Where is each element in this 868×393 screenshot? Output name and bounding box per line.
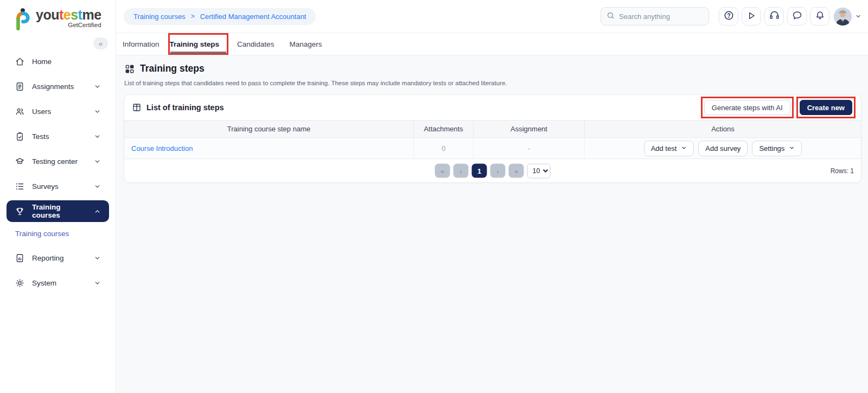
page-header: Training steps	[124, 63, 861, 74]
system-icon	[15, 278, 25, 288]
sidebar-item-tests[interactable]: Tests	[7, 125, 109, 147]
breadcrumb: Training courses > Certified Management …	[124, 8, 316, 25]
pagination-page-1-button[interactable]: 1	[472, 164, 487, 178]
sidebar-item-label: Testing center	[32, 157, 78, 166]
sidebar-item-label: Assignments	[32, 83, 74, 91]
youtestme-logo-icon	[13, 8, 31, 36]
rows-count-label: Rows: 1	[831, 167, 854, 175]
user-avatar[interactable]	[834, 8, 852, 26]
sidebar-item-surveys[interactable]: Surveys	[7, 175, 109, 197]
settings-button[interactable]: Settings	[752, 141, 802, 156]
table-row: Course Introduction 0 - Add test	[124, 138, 861, 159]
chevron-down-icon	[94, 280, 101, 287]
add-survey-button[interactable]: Add survey	[698, 141, 748, 156]
assignments-icon	[15, 81, 25, 92]
help-icon	[723, 10, 735, 23]
sidebar-item-label: Tests	[32, 132, 49, 141]
app-window: youtestme GetCertified « Home Assignment…	[0, 0, 868, 393]
header-actions	[601, 7, 861, 26]
panel-title: List of training steps	[146, 103, 224, 112]
panel-header: List of training steps Generate steps wi…	[124, 95, 861, 120]
sidebar: youtestme GetCertified « Home Assignment…	[0, 0, 116, 393]
tests-icon	[15, 131, 25, 142]
search-input[interactable]	[619, 12, 700, 21]
column-header-actions: Actions	[585, 121, 861, 137]
pagination-previous-button[interactable]: ‹	[454, 164, 469, 178]
add-test-button[interactable]: Add test	[644, 141, 694, 156]
chevron-down-icon	[681, 144, 687, 153]
double-chevron-left-icon: «	[99, 40, 103, 48]
top-header: Training courses > Certified Management …	[117, 0, 868, 33]
notifications-bell-icon	[814, 10, 826, 23]
page-size-select[interactable]: 10	[527, 163, 551, 178]
sidebar-item-home[interactable]: Home	[7, 50, 109, 72]
pagination-next-button[interactable]: ›	[490, 164, 506, 178]
sidebar-item-reporting[interactable]: Reporting	[7, 247, 109, 269]
table-footer: « ‹ 1 › » 10 Rows: 1	[124, 159, 861, 182]
create-new-button[interactable]: Create new	[800, 100, 852, 115]
pagination-first-button[interactable]: «	[435, 164, 450, 178]
table-icon	[132, 103, 142, 112]
pagination: « ‹ 1 › » 10	[435, 163, 551, 178]
tab-candidates[interactable]: Candidates	[229, 33, 282, 55]
main-area: Training courses > Certified Management …	[117, 0, 868, 393]
chevron-up-icon	[94, 208, 101, 215]
training-steps-panel: List of training steps Generate steps wi…	[124, 94, 861, 183]
notifications-button[interactable]	[810, 7, 829, 26]
course-introduction-link[interactable]: Course Introduction	[131, 144, 193, 153]
user-menu-chevron-down-icon[interactable]	[855, 13, 861, 20]
cell-actions: Add test Add survey Settings	[585, 138, 861, 159]
chat-button[interactable]	[787, 7, 807, 26]
sidebar-item-label: System	[32, 279, 56, 287]
breadcrumb-training-courses-link[interactable]: Training courses	[133, 12, 186, 21]
column-header-assignment: Assignment	[474, 121, 585, 137]
tab-training-steps[interactable]: Training steps	[170, 35, 227, 53]
training-steps-table: Training course step name Attachments As…	[124, 120, 861, 182]
chevron-down-icon	[94, 183, 101, 190]
testing-center-icon	[15, 156, 25, 167]
sidebar-item-label: Reporting	[32, 254, 64, 262]
surveys-icon	[15, 181, 25, 192]
search-icon	[607, 11, 615, 22]
tab-managers[interactable]: Managers	[282, 33, 329, 55]
reporting-icon	[15, 253, 25, 263]
page-content: Training steps List of training steps th…	[117, 55, 868, 393]
chevron-down-icon	[94, 158, 101, 165]
sidebar-item-testing-center[interactable]: Testing center	[7, 150, 109, 172]
sidebar-item-label: Surveys	[32, 182, 59, 191]
play-button[interactable]	[742, 7, 761, 26]
sidebar-item-system[interactable]: System	[7, 272, 109, 294]
generate-steps-with-ai-button[interactable]: Generate steps with AI	[704, 100, 790, 115]
sidebar-item-label: Training courses	[32, 203, 87, 219]
annotation-box-create-new: Create new	[796, 97, 856, 118]
active-tab-underline	[170, 52, 227, 54]
course-tabbar: Information Training steps Candidates Ma…	[117, 33, 868, 55]
sidebar-item-users[interactable]: Users	[7, 100, 109, 122]
chevron-down-icon	[94, 133, 101, 140]
brand-name: youtestme	[36, 8, 101, 22]
sidebar-item-label: Users	[32, 107, 51, 116]
breadcrumb-separator: >	[191, 12, 195, 20]
chevron-down-icon	[94, 83, 101, 90]
sidebar-subitem-training-courses[interactable]: Training courses	[7, 223, 109, 244]
training-courses-icon	[15, 206, 25, 217]
page-title: Training steps	[140, 63, 205, 74]
training-steps-icon	[124, 64, 135, 74]
sidebar-item-assignments[interactable]: Assignments	[7, 75, 109, 97]
sidebar-item-label: Home	[32, 58, 52, 66]
sidebar-item-training-courses[interactable]: Training courses	[7, 200, 109, 222]
cell-step-name: Course Introduction	[124, 138, 414, 159]
cell-attachments: 0	[414, 138, 474, 159]
cell-assignment: -	[474, 138, 585, 159]
help-button[interactable]	[719, 7, 738, 26]
breadcrumb-course-link[interactable]: Certified Management Accountant	[200, 12, 307, 21]
sidebar-nav: Home Assignments Users Tes	[0, 50, 116, 294]
support-button[interactable]	[764, 7, 784, 26]
search-box	[601, 7, 709, 26]
pagination-last-button[interactable]: »	[509, 164, 524, 178]
column-header-step-name: Training course step name	[124, 121, 414, 137]
tab-information[interactable]: Information	[123, 33, 167, 55]
column-header-attachments: Attachments	[414, 121, 474, 137]
chevron-down-icon	[94, 108, 101, 115]
sidebar-collapse-button[interactable]: «	[93, 37, 108, 49]
